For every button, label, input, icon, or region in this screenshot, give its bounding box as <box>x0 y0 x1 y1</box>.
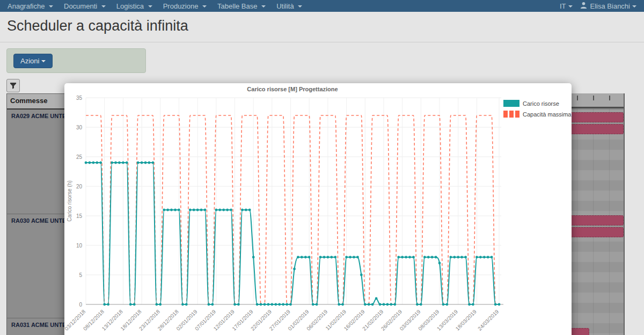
load-point <box>423 256 426 259</box>
load-point <box>148 162 151 164</box>
load-point <box>442 303 445 306</box>
load-point <box>189 209 192 212</box>
load-point <box>457 256 459 259</box>
svg-text:Capacità massima: Capacità massima <box>523 111 572 118</box>
load-point <box>397 256 400 259</box>
load-point <box>379 303 382 306</box>
load-point <box>316 303 318 306</box>
load-point <box>260 303 262 306</box>
load-point <box>371 303 374 306</box>
legend-item-capacita-massima[interactable]: Capacità massima <box>503 111 572 118</box>
load-point <box>248 209 251 212</box>
load-point <box>114 162 117 164</box>
load-point <box>133 303 136 306</box>
load-point <box>341 303 344 306</box>
load-point <box>487 256 489 259</box>
load-point <box>401 256 404 259</box>
load-point <box>181 303 184 306</box>
load-point <box>111 162 113 164</box>
load-point <box>215 209 217 212</box>
x-tick-label: 24/03/2019 <box>477 308 500 331</box>
load-point <box>144 162 147 164</box>
load-point <box>163 209 165 212</box>
load-point <box>96 162 98 164</box>
load-point <box>338 303 340 306</box>
load-point <box>252 256 255 259</box>
load-point <box>204 209 207 212</box>
load-point <box>468 303 471 306</box>
load-point <box>312 303 314 306</box>
load-point <box>349 256 352 259</box>
load-point <box>491 256 493 259</box>
load-point <box>472 303 474 306</box>
y-tick-label: 0 <box>79 302 82 308</box>
load-point <box>222 209 225 212</box>
y-tick-label: 25 <box>76 154 83 160</box>
load-point <box>289 303 292 306</box>
load-point <box>159 303 162 306</box>
load-point <box>200 209 203 212</box>
load-point <box>412 256 415 259</box>
load-point <box>301 256 303 259</box>
load-point <box>178 209 180 212</box>
load-point <box>449 256 452 259</box>
load-point <box>345 256 348 259</box>
load-point <box>330 256 333 259</box>
load-point <box>393 303 396 306</box>
legend-item-carico-risorse[interactable]: Carico risorse <box>503 100 559 107</box>
load-point <box>368 303 370 306</box>
load-point <box>245 209 247 212</box>
load-point <box>226 209 229 212</box>
load-point <box>464 256 467 259</box>
load-point <box>237 303 240 306</box>
load-point <box>152 162 155 164</box>
load-point <box>282 303 284 306</box>
load-point <box>141 162 143 164</box>
load-point <box>375 297 378 300</box>
load-point <box>256 303 259 306</box>
load-point <box>416 303 419 306</box>
load-point <box>107 303 109 306</box>
load-point <box>196 209 199 212</box>
y-tick-label: 5 <box>79 272 82 278</box>
load-point <box>278 303 281 306</box>
load-point <box>494 303 497 306</box>
load-point <box>185 303 188 306</box>
load-point <box>103 303 106 306</box>
load-point <box>498 303 501 306</box>
load-point <box>435 256 437 259</box>
load-point <box>304 256 307 259</box>
load-point <box>427 256 430 259</box>
load-point <box>386 303 389 306</box>
y-tick-label: 10 <box>76 243 83 249</box>
y-tick-label: 15 <box>76 213 83 219</box>
page: Anagrafiche Documenti Logistica Produzio… <box>0 0 644 335</box>
load-point <box>408 256 411 259</box>
load-point <box>420 303 422 306</box>
load-point <box>218 209 221 212</box>
load-point <box>118 162 121 164</box>
load-point <box>364 303 367 306</box>
load-point <box>460 256 463 259</box>
load-point <box>230 209 232 212</box>
load-point <box>327 256 330 259</box>
load-point <box>193 209 195 212</box>
load-point <box>126 162 128 164</box>
load-point <box>319 256 322 259</box>
load-point <box>293 268 296 271</box>
load-point <box>475 256 478 259</box>
load-point <box>356 256 359 259</box>
load-point <box>383 303 385 306</box>
load-point <box>137 162 140 164</box>
load-point <box>174 209 177 212</box>
load-point <box>170 209 173 212</box>
load-point <box>483 256 486 259</box>
load-point <box>166 209 169 212</box>
load-point <box>353 256 355 259</box>
resource-load-chart: 0510152025303503/12/201808/12/201813/12/… <box>64 83 572 335</box>
load-point <box>155 303 158 306</box>
load-point <box>233 303 236 306</box>
load-point <box>334 256 336 259</box>
load-point <box>241 209 244 212</box>
capacity-line <box>86 115 499 304</box>
